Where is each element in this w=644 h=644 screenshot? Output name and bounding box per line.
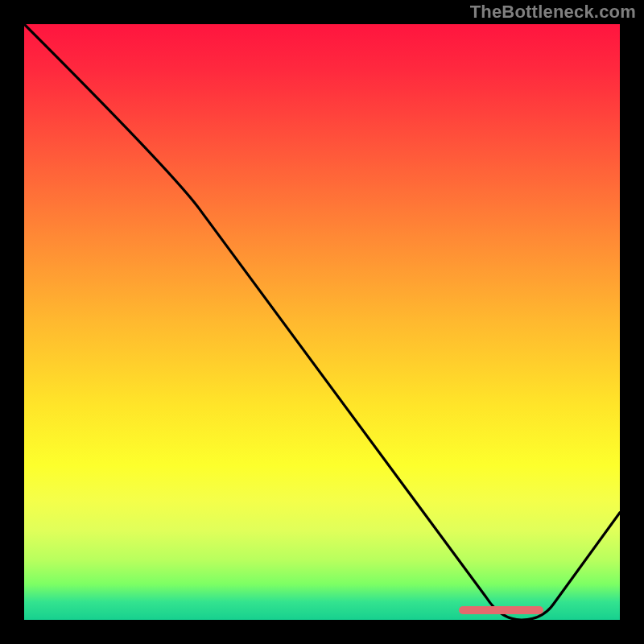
curve-path [24, 24, 620, 620]
chart-canvas: TheBottleneck.com [0, 0, 644, 644]
optimal-range-marker [459, 606, 543, 614]
plot-area [24, 24, 620, 620]
bottleneck-curve [24, 24, 620, 620]
watermark-text: TheBottleneck.com [470, 2, 636, 23]
